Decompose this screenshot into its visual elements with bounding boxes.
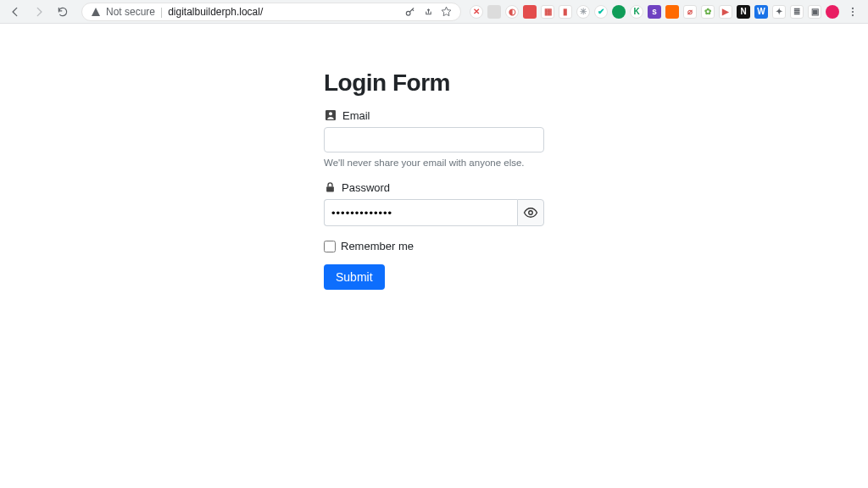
separator: | — [160, 6, 163, 18]
ext-square-gray1[interactable] — [487, 5, 501, 19]
email-label-row: Email — [324, 108, 544, 122]
reload-button[interactable] — [53, 2, 73, 22]
page-title: Login Form — [324, 69, 544, 97]
svg-point-7 — [529, 211, 533, 215]
remember-me-row: Remember me — [324, 240, 544, 252]
toggle-password-visibility-button[interactable] — [517, 199, 544, 226]
ext-red-shield[interactable]: ▮ — [559, 5, 572, 19]
ext-list[interactable]: ≣ — [790, 5, 804, 19]
forward-button[interactable] — [29, 2, 49, 22]
svg-point-1 — [852, 7, 854, 8]
address-bar[interactable]: Not secure | digitalbuilderph.local/ — [81, 3, 461, 21]
login-form: Login Form Email We'll never share your … — [324, 69, 544, 290]
password-label-row: Password — [324, 181, 544, 194]
remember-me-checkbox[interactable] — [324, 241, 336, 252]
ext-orange-square[interactable] — [665, 5, 679, 19]
email-field-group: Email We'll never share your email with … — [324, 108, 544, 168]
submit-button[interactable]: Submit — [324, 264, 385, 290]
ext-red-slash[interactable]: ⌀ — [683, 5, 697, 19]
browser-toolbar: Not secure | digitalbuilderph.local/ ✕◐▦… — [0, 0, 868, 24]
extensions-strip: ✕◐▦▮✳✔Ks⌀✿▶NW✦≣▣ — [470, 5, 839, 19]
password-input-row — [324, 199, 544, 226]
page-content: Login Form Email We'll never share your … — [0, 24, 868, 290]
ext-green-circle[interactable] — [612, 5, 626, 19]
svg-rect-6 — [326, 186, 334, 191]
key-icon[interactable] — [404, 6, 416, 18]
lock-icon — [324, 181, 337, 194]
ext-gray-gear[interactable]: ✳ — [576, 5, 590, 19]
ext-puzzle[interactable]: ✦ — [772, 5, 786, 19]
ext-purple-s[interactable]: s — [648, 5, 661, 19]
ext-teal-check[interactable]: ✔ — [594, 5, 608, 19]
svg-point-0 — [406, 11, 410, 15]
url-text: digitalbuilderph.local/ — [168, 6, 399, 18]
eye-icon — [523, 205, 538, 220]
security-label: Not secure — [106, 6, 155, 18]
svg-point-3 — [852, 14, 854, 16]
email-label: Email — [342, 109, 370, 122]
ext-calendar[interactable]: ▦ — [541, 5, 554, 19]
remember-me-label: Remember me — [341, 240, 414, 252]
password-input[interactable] — [324, 199, 517, 226]
password-field-group: Password — [324, 181, 544, 226]
ext-green-leaf[interactable]: ✿ — [701, 5, 715, 19]
person-icon — [324, 108, 337, 122]
back-button[interactable] — [5, 2, 25, 22]
ext-avatar[interactable] — [826, 5, 839, 19]
share-icon[interactable] — [423, 6, 434, 17]
password-label: Password — [342, 181, 390, 194]
ext-panel[interactable]: ▣ — [808, 5, 821, 19]
email-input[interactable] — [324, 127, 544, 152]
ext-blue-w[interactable]: W — [754, 5, 768, 19]
star-icon[interactable] — [441, 6, 452, 17]
ext-red-square[interactable] — [523, 5, 537, 19]
not-secure-icon — [91, 7, 101, 17]
ext-green-k[interactable]: K — [630, 5, 643, 19]
email-help-text: We'll never share your email with anyone… — [324, 158, 544, 168]
ext-black-n[interactable]: N — [737, 5, 750, 19]
ext-half-circle[interactable]: ◐ — [505, 5, 519, 19]
ext-close[interactable]: ✕ — [470, 5, 483, 19]
ext-red-play[interactable]: ▶ — [719, 5, 732, 19]
svg-point-2 — [852, 10, 854, 12]
menu-button[interactable] — [843, 2, 863, 22]
svg-point-5 — [329, 112, 332, 115]
